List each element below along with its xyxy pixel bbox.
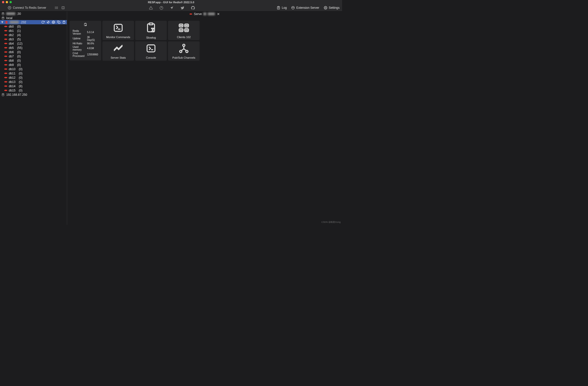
tab-label-hidden-1 <box>203 13 206 15</box>
window-title: RESP.app - GUI for Redis® 2022.5.0 <box>148 1 194 4</box>
svg-point-44 <box>190 13 192 15</box>
db-count: (0) <box>17 55 21 58</box>
slowlog-card[interactable]: Slowlog <box>135 21 167 40</box>
alert-icon[interactable] <box>149 5 154 10</box>
server-row[interactable]: 192.168.87.250 <box>0 92 67 97</box>
db-row[interactable]: db15 (0) <box>0 88 67 92</box>
db-row[interactable]: db11 (0) <box>0 71 67 75</box>
db-row[interactable]: db12 (0) <box>0 75 67 80</box>
close-window-button[interactable] <box>2 1 4 3</box>
list-view-icon[interactable] <box>54 5 59 10</box>
panel-toggle-icon[interactable] <box>61 5 66 10</box>
pubsub-card[interactable]: Pub/Sub Channels <box>168 41 200 61</box>
db-count: (0) <box>19 89 23 92</box>
db-row[interactable]: db7 (0) <box>0 54 67 58</box>
github-icon[interactable] <box>191 5 196 10</box>
settings-button[interactable]: Settings <box>324 6 340 10</box>
grid-icon <box>178 23 189 33</box>
connect-to-server-button[interactable]: Connect To Redis Server <box>2 5 53 10</box>
info-label: Hit Ratio <box>73 42 85 45</box>
db-count: (0) <box>19 72 23 75</box>
log-button[interactable]: Log <box>277 6 287 10</box>
tab-label-hidden-2 <box>208 13 215 15</box>
trash-icon[interactable] <box>62 21 66 24</box>
db-name: db4 <box>9 42 14 45</box>
svg-point-32 <box>4 47 8 49</box>
plug-icon[interactable] <box>47 21 50 24</box>
db-row[interactable]: db9 (0) <box>0 63 67 67</box>
monitor-commands-card[interactable]: Monitor Commands <box>102 21 134 40</box>
console-card[interactable]: Console <box>135 41 167 61</box>
console-icon <box>146 43 156 54</box>
svg-point-42 <box>4 90 8 91</box>
copy-icon[interactable] <box>57 21 60 24</box>
svg-point-33 <box>4 51 8 53</box>
svg-rect-47 <box>114 24 122 31</box>
db-name: db8 <box>9 59 14 62</box>
svg-point-39 <box>4 77 8 78</box>
db-count: (0) <box>17 59 21 62</box>
db-row[interactable]: db2 (4) <box>0 33 67 37</box>
svg-point-59 <box>187 25 188 26</box>
extension-server-button[interactable]: Extension Server <box>291 6 319 10</box>
twitter-icon[interactable] <box>180 5 185 10</box>
main-area: ;30local.232 db0 (0)db1 (1)db2 (4)db3 (5… <box>0 12 342 225</box>
connect-label: Connect To Redis Server <box>13 6 46 10</box>
info-value: 98.6% <box>86 42 98 45</box>
server-row[interactable]: .232 <box>0 20 67 24</box>
db-row[interactable]: db6 (0) <box>0 50 67 54</box>
db-row[interactable]: db0 (0) <box>0 24 67 29</box>
server-row[interactable]: local <box>0 16 67 20</box>
settings-icon[interactable] <box>52 21 55 24</box>
server-info-card[interactable]: Redis Version5.0.14Uptime36 Day(S)Hit Ra… <box>70 21 101 60</box>
maximize-window-button[interactable] <box>10 1 12 3</box>
svg-rect-15 <box>278 6 279 7</box>
db-count: (5) <box>17 38 21 41</box>
db-row[interactable]: db1 (1) <box>0 29 67 33</box>
close-tab-button[interactable]: ✕ <box>217 12 220 16</box>
db-row[interactable]: db4 (12) <box>0 41 67 46</box>
settings-label: Settings <box>329 6 340 10</box>
db-row[interactable]: db14 (8) <box>0 84 67 88</box>
svg-point-37 <box>4 68 8 70</box>
chart-icon <box>113 43 123 54</box>
server-stats-label: Server Stats <box>111 56 126 59</box>
server-stats-card[interactable]: Server Stats <box>102 41 134 61</box>
content-pane: Serve ✕ Redis Version5.0.14Uptime36 Day(… <box>67 12 342 225</box>
db-row[interactable]: db13 (0) <box>0 80 67 84</box>
svg-point-27 <box>4 26 8 27</box>
db-row[interactable]: db5 (55) <box>0 46 67 50</box>
connections-sidebar: ;30local.232 db0 (0)db1 (1)db2 (4)db3 (5… <box>0 12 67 225</box>
svg-point-6 <box>55 7 55 7</box>
db-row[interactable]: db8 (0) <box>0 58 67 63</box>
db-row[interactable]: db3 (5) <box>0 37 67 41</box>
refresh-icon[interactable] <box>41 21 45 24</box>
db-row[interactable]: db10 (0) <box>0 67 67 71</box>
svg-point-30 <box>4 39 8 40</box>
db-count: (0) <box>19 76 23 79</box>
plus-circle-icon <box>8 6 11 10</box>
db-count: (12) <box>17 42 22 45</box>
svg-point-41 <box>4 85 8 87</box>
clients-card[interactable]: Clients 102 <box>168 21 200 40</box>
window-controls <box>2 1 12 3</box>
console-label: Console <box>146 56 156 59</box>
terminal-icon <box>113 23 123 33</box>
svg-point-29 <box>4 34 8 36</box>
db-name: db5 <box>9 46 14 50</box>
server-row[interactable]: ;30 <box>0 12 67 16</box>
svg-point-60 <box>180 30 181 30</box>
minimize-window-button[interactable] <box>6 1 8 3</box>
help-icon[interactable] <box>159 5 164 10</box>
db-count: (0) <box>17 63 21 67</box>
svg-point-57 <box>182 25 182 26</box>
db-name: db9 <box>9 63 14 67</box>
svg-point-8 <box>55 9 55 9</box>
telegram-icon[interactable] <box>170 5 175 10</box>
svg-point-7 <box>55 8 55 8</box>
db-count: (55) <box>17 46 22 50</box>
info-label: Used memory <box>73 45 85 51</box>
tab-label: Serve <box>194 12 202 16</box>
db-count: (0) <box>19 80 23 84</box>
svg-marker-20 <box>2 17 5 18</box>
